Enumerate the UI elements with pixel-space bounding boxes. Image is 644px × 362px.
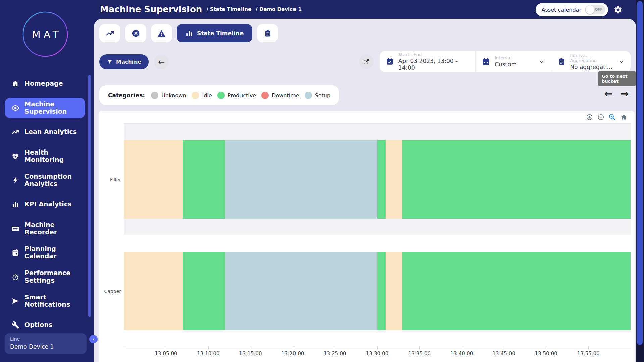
timeline-segment-idle[interactable] — [386, 140, 402, 219]
timeline-segment-productive[interactable] — [183, 252, 225, 330]
timeline-segment-idle[interactable] — [386, 252, 402, 330]
legend-item-unknown[interactable]: Unknown — [151, 92, 186, 99]
axis-tick — [546, 347, 546, 349]
open-external-button[interactable] — [359, 54, 374, 69]
sidebar-item-machine-supervision[interactable]: Machine Supervision — [5, 98, 85, 118]
sidebar-item-label: Options — [24, 321, 82, 329]
breadcrumb-state-timeline: / State Timeline — [206, 6, 251, 12]
legend-label: Idle — [202, 92, 212, 99]
x-axis: 13:05:0013:10:0013:15:0013:20:0013:25:00… — [124, 347, 631, 362]
legend-item-setup[interactable]: Setup — [305, 92, 331, 99]
page-scrollbar-thumb[interactable] — [637, 1, 643, 345]
axis-tick-label: 13:50:00 — [535, 351, 557, 357]
box-zoom-icon[interactable] — [608, 113, 616, 121]
start-end-value: Apr 03 2023, 13:00 - 14:00 — [398, 58, 469, 71]
back-button[interactable]: ← — [154, 55, 169, 69]
trend-icon — [106, 29, 114, 38]
cassette-icon — [11, 224, 20, 233]
interval-select[interactable]: Interval Custom — [475, 51, 551, 72]
sidebar-item-performance-settings[interactable]: Performance Settings — [5, 265, 85, 289]
bolt-icon — [11, 176, 20, 185]
timeline-plot[interactable]: Filler Capper 13:05:0013:10:0013:15:0013… — [124, 123, 631, 355]
next-bucket-button[interactable]: → — [620, 88, 629, 99]
sidebar-item-smart-notifications[interactable]: Smart Notifications — [5, 289, 85, 313]
stopwatch-icon — [11, 273, 20, 281]
sidebar-item-kpi-analytics[interactable]: KPI Analytics — [5, 192, 85, 217]
selected-device-card[interactable]: Line Demo Device 1 — [5, 333, 87, 354]
device-name: Demo Device 1 — [10, 343, 81, 350]
asset-calendar-toggle-pill[interactable]: Asset calendar OFF — [536, 3, 608, 16]
interval-aggregation-select[interactable]: Interval Aggregation No aggregati… — [551, 51, 631, 72]
tab-alarms-view[interactable] — [151, 24, 172, 42]
unknown-color-dot — [151, 92, 158, 99]
plot-toolbar — [586, 113, 627, 121]
axis-tick — [208, 347, 209, 349]
legend-item-productive[interactable]: Productive — [217, 92, 256, 99]
interval-aggregation-value: No aggregati… — [570, 64, 613, 70]
filter-row: Machine ← — [99, 54, 169, 69]
sidebar-item-machine-recorder[interactable]: Machine Recorder — [5, 217, 85, 241]
sidebar-collapse-button[interactable]: ‹ — [89, 335, 98, 343]
timeline-segment-setup[interactable] — [225, 252, 377, 330]
axis-tick — [251, 347, 251, 349]
timeline-segment-idle[interactable] — [124, 140, 183, 219]
legend-title: Categories: — [108, 92, 145, 99]
logo-text: MAT — [21, 10, 69, 58]
sidebar-item-label: Homepage — [24, 80, 82, 87]
asset-calendar-label: Asset calendar — [542, 7, 581, 13]
sidebar-item-health-monitoring[interactable]: Health Monitoring — [5, 144, 85, 168]
axis-tick — [166, 347, 166, 349]
legend-item-downtime[interactable]: Downtime — [261, 92, 299, 99]
sidebar-scrollbar-thumb[interactable] — [88, 75, 91, 317]
timeline-segment-idle[interactable] — [124, 252, 183, 330]
calendar-icon — [11, 248, 20, 257]
sidebar-item-lean-analytics[interactable]: Lean Analytics — [5, 120, 85, 144]
timeline-segment-productive[interactable] — [402, 140, 631, 219]
legend-item-idle[interactable]: Idle — [192, 92, 212, 99]
sidebar-item-consumption-analytics[interactable]: Consumption Analytics — [5, 168, 85, 192]
sidebar-item-label: Health Monitoring — [24, 149, 82, 164]
settings-gear-icon[interactable] — [613, 5, 623, 14]
sidebar: MAT Homepage Machine Supervision Lean An… — [0, 0, 94, 362]
legend-label: Productive — [228, 92, 256, 99]
range-panel: Start - End Apr 03 2023, 13:00 - 14:00 I… — [380, 51, 631, 72]
sidebar-item-planning-calendar[interactable]: Planning Calendar — [5, 241, 85, 265]
asset-calendar-switch[interactable]: OFF — [585, 5, 605, 14]
wrench-icon — [11, 321, 20, 329]
previous-bucket-button[interactable]: ← — [604, 88, 613, 99]
interval-aggregation-label: Interval Aggregation — [570, 53, 613, 63]
timeline-bar-filler — [124, 140, 631, 219]
page-title: Machine Supervision — [100, 4, 202, 14]
sidebar-item-homepage[interactable]: Homepage — [5, 72, 85, 96]
start-end-select[interactable]: Start - End Apr 03 2023, 13:00 - 14:00 — [380, 51, 475, 72]
tab-report-view[interactable] — [257, 24, 278, 42]
chevron-down-icon — [538, 58, 545, 65]
clipboard-icon — [557, 57, 566, 66]
reset-home-icon[interactable] — [620, 113, 627, 121]
tab-stops-view[interactable] — [125, 24, 146, 42]
zoom-in-icon[interactable] — [586, 113, 593, 121]
app-logo: MAT — [21, 10, 69, 58]
tab-trend-view[interactable] — [99, 24, 120, 42]
axis-tick — [588, 347, 589, 349]
timeline-segment-productive[interactable] — [377, 252, 386, 330]
home-icon — [11, 79, 20, 88]
sidebar-item-label: Consumption Analytics — [24, 173, 82, 188]
main-content: State Timeline Machine ← Start - End Apr… — [94, 19, 636, 362]
timeline-segment-productive[interactable] — [183, 140, 225, 219]
timeline-segment-productive[interactable] — [377, 140, 386, 219]
timeline-segment-productive[interactable] — [402, 252, 631, 330]
axis-tick-label: 13:45:00 — [493, 351, 515, 357]
setup-color-dot — [305, 92, 312, 99]
zoom-out-icon[interactable] — [597, 113, 604, 121]
machine-filter-button[interactable]: Machine — [99, 54, 149, 69]
timeline-segment-setup[interactable] — [225, 140, 377, 219]
device-type-label: Line — [10, 336, 81, 342]
header: Machine Supervision / State Timeline / D… — [94, 0, 636, 19]
left-arrow-icon: ← — [158, 58, 165, 66]
row-label-filler: Filler — [100, 177, 121, 182]
chevron-down-icon — [618, 58, 625, 65]
next-bucket-tooltip: Go to next bucket — [598, 71, 636, 86]
axis-tick-label: 13:15:00 — [239, 351, 262, 357]
tab-state-timeline[interactable]: State Timeline — [177, 24, 252, 42]
